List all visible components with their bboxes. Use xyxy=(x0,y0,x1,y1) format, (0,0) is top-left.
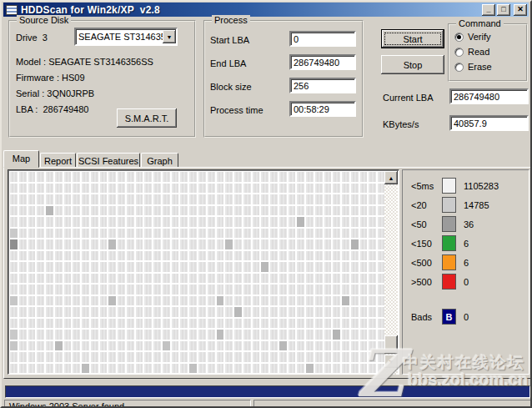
map-cell xyxy=(118,274,125,284)
start-button[interactable]: Start xyxy=(381,29,444,48)
map-cell xyxy=(342,274,349,284)
map-cell xyxy=(46,319,53,329)
drive-select[interactable]: SEAGATE ST3146356 ▼ xyxy=(74,28,178,46)
start-lba-input[interactable] xyxy=(289,31,356,47)
scroll-down-button[interactable]: ▼ xyxy=(384,355,398,368)
map-cell xyxy=(324,194,332,204)
map-cell xyxy=(55,184,63,194)
minimize-button[interactable]: _ xyxy=(482,4,495,16)
map-cell xyxy=(153,184,161,194)
map-cell xyxy=(55,206,63,216)
tab-scsi-features[interactable]: SCSI Features xyxy=(77,153,140,168)
map-cell xyxy=(172,274,179,284)
map-cell xyxy=(46,330,53,340)
scroll-up-button[interactable]: ▲ xyxy=(384,171,398,184)
radio-read[interactable]: Read xyxy=(454,47,489,57)
map-cell xyxy=(342,319,349,329)
map-cell xyxy=(28,194,36,204)
map-cell xyxy=(315,217,323,227)
map-cell xyxy=(153,172,161,182)
scrollbar-thumb[interactable] xyxy=(384,335,398,354)
smart-button[interactable]: S.M.A.R.T. xyxy=(117,108,177,128)
map-cell xyxy=(289,262,296,272)
map-scrollbar[interactable]: ▲ ▼ xyxy=(384,171,398,375)
map-cell xyxy=(153,229,161,239)
map-cell xyxy=(28,352,36,362)
map-cell xyxy=(306,194,314,204)
map-cell xyxy=(243,352,251,362)
map-cell xyxy=(163,307,170,317)
map-cell xyxy=(261,330,269,340)
map-cell xyxy=(289,319,296,329)
map-cell xyxy=(19,194,27,204)
stop-button[interactable]: Stop xyxy=(381,55,444,74)
map-cell xyxy=(19,341,27,351)
radio-verify[interactable]: Verify xyxy=(454,32,491,42)
kbytes-input[interactable] xyxy=(449,115,529,131)
radio-erase[interactable]: Erase xyxy=(454,62,492,72)
map-cell xyxy=(10,206,18,216)
map-cell xyxy=(208,217,215,227)
maximize-button[interactable]: □ xyxy=(497,4,510,16)
map-cell xyxy=(73,296,80,306)
end-lba-input[interactable] xyxy=(289,54,356,70)
map-cell xyxy=(163,341,170,351)
map-cell xyxy=(64,262,72,272)
map-cell xyxy=(91,330,98,340)
map-cell xyxy=(118,307,125,317)
map-cell xyxy=(10,217,18,227)
combo-dropdown-button[interactable]: ▼ xyxy=(163,30,176,43)
map-cell xyxy=(37,330,44,340)
map-cell xyxy=(37,217,44,227)
map-cell xyxy=(37,251,44,261)
map-cell xyxy=(100,352,108,362)
map-cell xyxy=(10,251,18,261)
map-cell xyxy=(324,296,332,306)
map-cell xyxy=(73,251,80,261)
map-cell xyxy=(369,172,376,182)
map-cell xyxy=(10,194,18,204)
map-cell xyxy=(37,341,44,351)
map-cell xyxy=(369,274,376,284)
map-cell xyxy=(46,239,53,249)
map-cell xyxy=(270,262,278,272)
map-cell xyxy=(108,285,116,295)
tab-graph[interactable]: Graph xyxy=(141,153,178,168)
process-time-input[interactable] xyxy=(289,101,356,117)
map-cell xyxy=(108,364,116,374)
map-cell xyxy=(351,251,359,261)
tab-report[interactable]: Report xyxy=(40,153,76,168)
map-cell xyxy=(10,352,18,362)
map-cell xyxy=(261,285,269,295)
map-cell xyxy=(297,364,304,374)
map-cell xyxy=(46,172,53,182)
map-cell xyxy=(118,251,125,261)
window-title: HDDScan for Win2k/XP v2.8 xyxy=(21,4,160,16)
map-cell xyxy=(289,184,296,194)
map-cell xyxy=(91,341,98,351)
tab-map[interactable]: Map xyxy=(3,150,39,168)
map-cell xyxy=(172,285,179,295)
map-cell xyxy=(243,184,251,194)
map-cell xyxy=(127,319,134,329)
map-cell xyxy=(55,319,63,329)
block-size-input[interactable] xyxy=(289,78,356,93)
map-cell xyxy=(351,239,359,249)
radio-unselected-icon xyxy=(454,63,464,72)
map-cell xyxy=(127,262,134,272)
current-lba-input[interactable] xyxy=(449,88,529,104)
map-cell xyxy=(64,194,72,204)
map-cell xyxy=(351,330,359,340)
map-grid[interactable] xyxy=(10,172,385,374)
close-button[interactable]: ✕ xyxy=(514,4,527,16)
map-cell xyxy=(172,229,179,239)
map-cell xyxy=(136,184,143,194)
map-cell xyxy=(91,296,98,306)
map-cell xyxy=(144,285,152,295)
map-cell xyxy=(172,262,179,272)
map-cell xyxy=(225,239,233,249)
map-cell xyxy=(198,217,206,227)
map-cell xyxy=(315,352,323,362)
map-cell xyxy=(315,184,323,194)
map-cell xyxy=(208,172,215,182)
